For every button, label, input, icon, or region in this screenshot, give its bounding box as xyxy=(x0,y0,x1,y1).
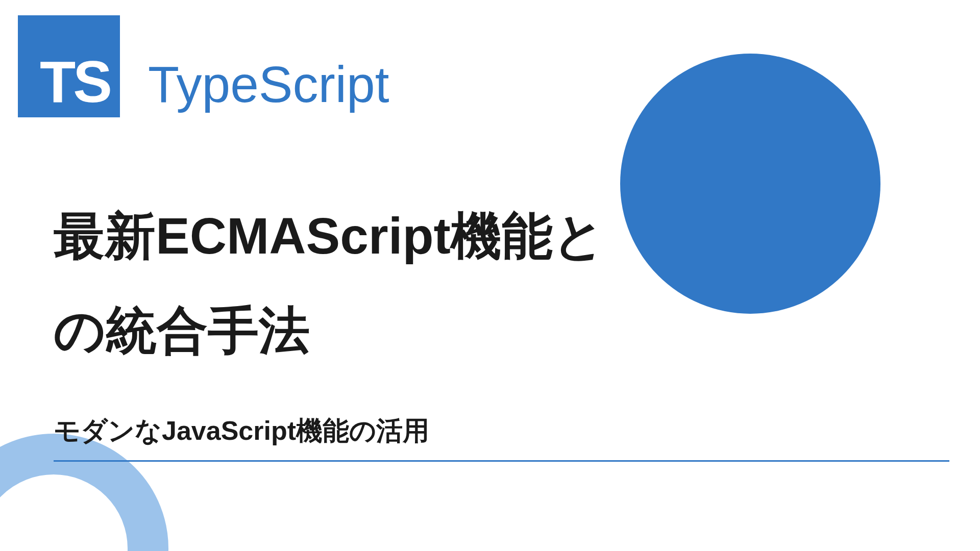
logo-area: TS TypeScript xyxy=(18,15,389,117)
brand-name: TypeScript xyxy=(148,55,389,114)
typescript-logo-icon: TS xyxy=(18,15,120,117)
subtitle-text: モダンなJavaScript機能の活用 xyxy=(54,413,949,460)
subtitle-underline xyxy=(54,460,949,462)
decorative-circle-large xyxy=(620,54,880,314)
subtitle-area: モダンなJavaScript機能の活用 xyxy=(54,413,949,462)
page-title: 最新ECMAScript機能との統合手法 xyxy=(54,189,615,378)
logo-badge-text: TS xyxy=(40,53,110,111)
